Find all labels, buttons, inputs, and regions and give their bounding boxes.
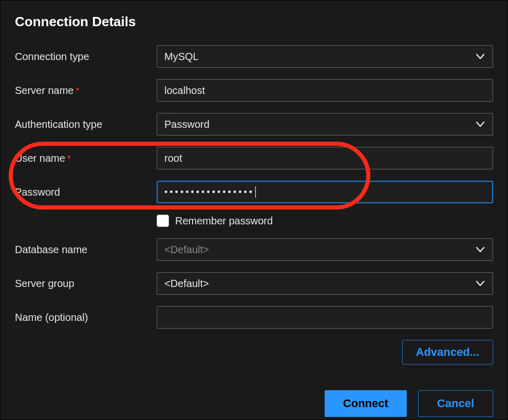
row-password: Password •••••••••••••••••	[15, 181, 493, 203]
row-name-optional: Name (optional)	[15, 306, 493, 329]
label-user-name: User name*	[15, 152, 157, 164]
row-user-name: User name*	[15, 147, 493, 169]
row-connection-type: Connection type MySQL	[15, 45, 493, 68]
server-name-input[interactable]	[157, 79, 493, 102]
connection-type-value: MySQL	[164, 51, 199, 63]
advanced-button[interactable]: Advanced...	[402, 340, 493, 365]
required-indicator: *	[67, 154, 71, 164]
label-auth-type: Authentication type	[15, 119, 157, 130]
chevron-down-icon	[474, 118, 486, 130]
label-connection-type: Connection type	[15, 51, 157, 63]
text-cursor	[255, 186, 256, 198]
database-name-select[interactable]: <Default>	[157, 238, 493, 261]
row-database-name: Database name <Default>	[15, 238, 493, 261]
label-name-optional: Name (optional)	[15, 312, 157, 323]
label-server-name: Server name*	[15, 85, 157, 97]
auth-type-value: Password	[164, 119, 210, 130]
row-server-name: Server name*	[15, 79, 493, 102]
chevron-down-icon	[474, 50, 486, 63]
connection-details-panel: Connection Details Connection type MySQL…	[0, 0, 508, 420]
footer-buttons: Connect Cancel	[15, 390, 493, 420]
remember-password-label: Remember password	[175, 215, 273, 227]
remember-password-checkbox[interactable]	[157, 215, 169, 227]
row-auth-type: Authentication type Password	[15, 113, 493, 136]
connection-type-select[interactable]: MySQL	[157, 45, 493, 68]
connect-button[interactable]: Connect	[325, 390, 407, 417]
row-remember: Remember password	[15, 215, 493, 227]
panel-title: Connection Details	[15, 14, 493, 30]
password-mask: •••••••••••••••••	[164, 187, 254, 198]
server-group-select[interactable]: <Default>	[157, 272, 493, 295]
label-server-group: Server group	[15, 278, 157, 290]
row-server-group: Server group <Default>	[15, 272, 493, 295]
user-name-input[interactable]	[157, 147, 493, 169]
cancel-button[interactable]: Cancel	[418, 390, 493, 417]
password-input[interactable]: •••••••••••••••••	[157, 181, 493, 203]
database-name-value: <Default>	[164, 244, 209, 256]
label-password: Password	[15, 186, 157, 198]
server-group-value: <Default>	[164, 278, 209, 290]
chevron-down-icon	[474, 277, 486, 290]
auth-type-select[interactable]: Password	[157, 113, 493, 136]
label-database-name: Database name	[15, 244, 157, 256]
credentials-group: User name* Password •••••••••••••••••	[15, 147, 493, 203]
advanced-row: Advanced...	[15, 340, 493, 365]
chevron-down-icon	[474, 243, 486, 256]
name-optional-input[interactable]	[157, 306, 493, 329]
required-indicator: *	[76, 86, 80, 96]
